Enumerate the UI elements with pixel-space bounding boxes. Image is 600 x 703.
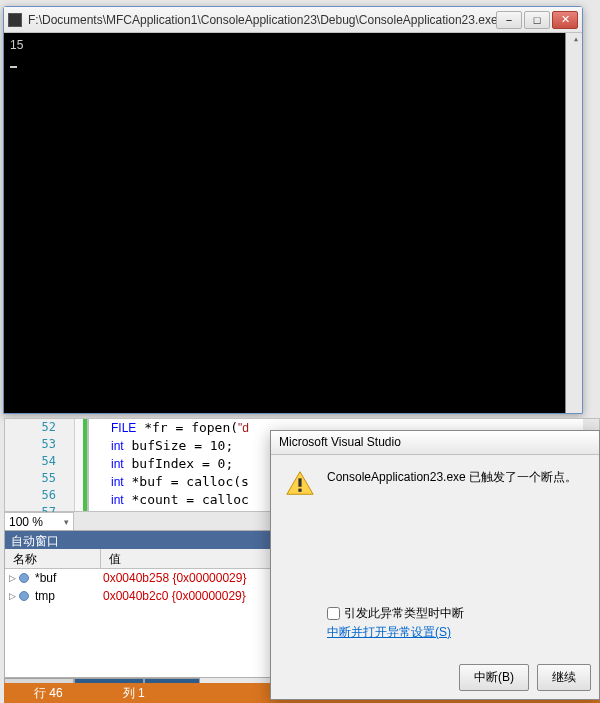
console-text: 15: [10, 38, 23, 52]
code-margin: [75, 419, 89, 511]
var-name: tmp: [33, 589, 95, 603]
checkbox-label: 引发此异常类型时中断: [344, 605, 464, 622]
dialog-options: 引发此异常类型时中断 中断并打开异常设置(S): [327, 605, 464, 641]
dialog-title[interactable]: Microsoft Visual Studio: [271, 431, 599, 455]
line-gutter: 52 53 54 55 56 57: [5, 419, 75, 511]
app-icon: [8, 13, 22, 27]
col-value[interactable]: 值: [101, 549, 273, 568]
status-line: 行 46: [4, 685, 93, 702]
table-row[interactable]: ▷ *buf 0x0040b258 {0x00000029}: [5, 569, 273, 587]
exception-settings-link[interactable]: 中断并打开异常设置(S): [327, 624, 464, 641]
zoom-value: 100 %: [9, 515, 43, 529]
continue-button[interactable]: 继续: [537, 664, 591, 691]
chevron-down-icon: ▾: [64, 517, 69, 527]
dialog-message: ConsoleApplication23.exe 已触发了一个断点。: [327, 469, 577, 497]
line-number: 56: [5, 487, 74, 504]
console-output[interactable]: 15: [4, 33, 582, 413]
var-name: *buf: [33, 571, 95, 585]
minimize-button[interactable]: −: [496, 11, 522, 29]
zoom-selector[interactable]: 100 % ▾: [4, 512, 74, 532]
autos-panel: 自动窗口 名称 值 ▷ *buf 0x0040b258 {0x00000029}…: [4, 530, 274, 678]
var-value: 0x0040b2c0 {0x00000029}: [95, 589, 246, 603]
variable-icon: [19, 590, 33, 602]
checkbox-input[interactable]: [327, 607, 340, 620]
exception-checkbox[interactable]: 引发此异常类型时中断: [327, 605, 464, 622]
console-window: F:\Documents\MFCApplication1\ConsoleAppl…: [3, 6, 583, 414]
line-number: 53: [5, 436, 74, 453]
table-row[interactable]: ▷ tmp 0x0040b2c0 {0x00000029}: [5, 587, 273, 605]
cursor: [10, 66, 17, 68]
svg-rect-1: [298, 478, 301, 486]
line-number: 54: [5, 453, 74, 470]
breakpoint-dialog: Microsoft Visual Studio ConsoleApplicati…: [270, 430, 600, 700]
autos-panel-title: 自动窗口: [5, 531, 273, 549]
variable-icon: [19, 572, 33, 584]
warning-icon: [285, 469, 315, 497]
var-value: 0x0040b258 {0x00000029}: [95, 571, 246, 585]
maximize-button[interactable]: □: [524, 11, 550, 29]
svg-rect-2: [298, 489, 301, 492]
console-titlebar[interactable]: F:\Documents\MFCApplication1\ConsoleAppl…: [4, 7, 582, 33]
break-button[interactable]: 中断(B): [459, 664, 529, 691]
expand-icon[interactable]: ▷: [5, 573, 19, 583]
autos-header: 名称 值: [5, 549, 273, 569]
line-number: 55: [5, 470, 74, 487]
col-name[interactable]: 名称: [5, 549, 101, 568]
console-title: F:\Documents\MFCApplication1\ConsoleAppl…: [28, 13, 496, 27]
expand-icon[interactable]: ▷: [5, 591, 19, 601]
close-button[interactable]: ✕: [552, 11, 578, 29]
status-col: 列 1: [93, 685, 175, 702]
line-number: 52: [5, 419, 74, 436]
